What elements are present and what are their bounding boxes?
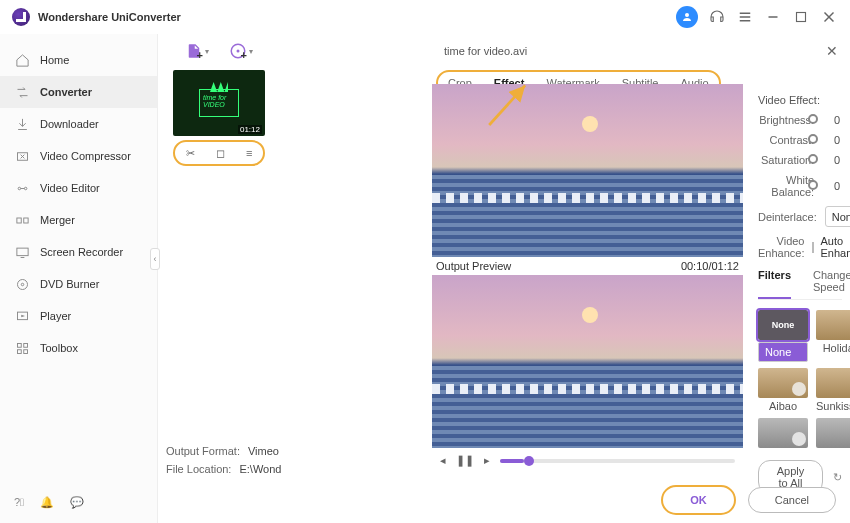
filter-unnamed[interactable]: [758, 418, 808, 448]
svg-rect-12: [16, 218, 20, 223]
more-icon[interactable]: ≡: [246, 147, 252, 159]
close-panel-button[interactable]: ✕: [826, 43, 838, 59]
minimize-button[interactable]: [764, 8, 782, 26]
merger-icon: [14, 212, 30, 228]
filter-sunkissed[interactable]: [816, 368, 850, 398]
account-icon[interactable]: [676, 6, 698, 28]
svg-point-17: [21, 283, 24, 286]
file-location-value[interactable]: E:\Wond: [239, 463, 281, 475]
svg-rect-22: [17, 349, 21, 353]
sidebar-item-player[interactable]: Player: [0, 300, 157, 332]
filter-aibao[interactable]: [758, 368, 808, 398]
clip-thumbnail[interactable]: 01:12: [173, 70, 265, 136]
svg-marker-19: [21, 314, 25, 317]
sidebar-item-dvd[interactable]: DVD Burner: [0, 268, 157, 300]
compress-icon: [14, 148, 30, 164]
close-button[interactable]: [820, 8, 838, 26]
sidebar-item-toolbox[interactable]: Toolbox: [0, 332, 157, 364]
svg-rect-23: [23, 349, 27, 353]
sidebar-item-downloader[interactable]: Downloader: [0, 108, 157, 140]
output-format-label: Output Format:: [166, 445, 240, 457]
pause-button[interactable]: ❚❚: [456, 454, 474, 467]
filter-label: Sunkissed: [816, 400, 850, 412]
download-icon: [14, 116, 30, 132]
video-effect-heading: Video Effect:: [758, 94, 842, 106]
cancel-button[interactable]: Cancel: [748, 487, 836, 513]
svg-point-16: [17, 279, 27, 289]
svg-rect-21: [23, 343, 27, 347]
sidebar-item-converter[interactable]: Converter: [0, 76, 157, 108]
sidebar-item-editor[interactable]: Video Editor: [0, 172, 157, 204]
home-icon: [14, 52, 30, 68]
bell-icon[interactable]: 🔔: [40, 496, 54, 509]
chevron-down-icon: ▾: [205, 47, 209, 56]
filter-label: Aibao: [758, 400, 808, 412]
add-file-button[interactable]: +▾: [185, 42, 209, 60]
converter-icon: [14, 84, 30, 100]
toolbox-icon: [14, 340, 30, 356]
svg-rect-13: [23, 218, 27, 223]
ok-button[interactable]: OK: [663, 487, 734, 513]
neon-sign: [199, 89, 239, 117]
collapse-sidebar-handle[interactable]: ‹: [150, 248, 160, 270]
sidebar-item-merger[interactable]: Merger: [0, 204, 157, 236]
auto-enhance-checkbox[interactable]: [812, 242, 814, 253]
subtab-change-speed[interactable]: Change Speed: [813, 269, 850, 299]
subtab-filters[interactable]: Filters: [758, 269, 791, 299]
prev-frame-button[interactable]: ◂: [440, 454, 446, 467]
preview-time: 00:10/01:12: [681, 260, 739, 272]
next-frame-button[interactable]: ▸: [484, 454, 490, 467]
support-icon[interactable]: [708, 8, 726, 26]
svg-point-10: [24, 187, 27, 190]
sidebar-item-home[interactable]: Home: [0, 44, 157, 76]
panel-filename: time for video.avi: [444, 45, 527, 57]
timeline-slider[interactable]: [500, 459, 735, 463]
chat-icon[interactable]: 💬: [70, 496, 84, 509]
sidebar-item-recorder[interactable]: Screen Recorder: [0, 236, 157, 268]
crop-icon[interactable]: ◻: [216, 147, 225, 160]
filter-none[interactable]: None: [758, 310, 808, 340]
recorder-icon: [14, 244, 30, 260]
svg-point-25: [237, 50, 240, 53]
output-preview: [432, 275, 743, 448]
svg-point-0: [685, 13, 689, 17]
edit-panel: time for video.avi ✕ Crop Effect Waterma…: [432, 34, 850, 523]
file-location-label: File Location:: [166, 463, 231, 475]
reset-icon[interactable]: ↻: [833, 471, 842, 484]
filter-label: None: [758, 342, 808, 362]
source-preview: [432, 84, 743, 257]
svg-rect-14: [16, 248, 27, 256]
clip-duration: 01:12: [238, 125, 262, 134]
menu-icon[interactable]: [736, 8, 754, 26]
maximize-button[interactable]: [792, 8, 810, 26]
filter-unnamed[interactable]: [816, 418, 850, 448]
filter-holiday[interactable]: [816, 310, 850, 340]
trim-icon[interactable]: ✂: [186, 147, 195, 160]
editor-icon: [14, 180, 30, 196]
preview-label: Output Preview: [436, 260, 511, 272]
output-format-value[interactable]: Vimeo: [248, 445, 279, 457]
app-title: Wondershare UniConverter: [38, 11, 181, 23]
filter-label: Holiday: [816, 342, 850, 354]
svg-point-9: [18, 187, 21, 190]
deinterlace-select[interactable]: None▾: [825, 206, 850, 227]
disc-icon: [14, 276, 30, 292]
help-icon[interactable]: ?⃝: [14, 496, 24, 509]
app-logo: [12, 8, 30, 26]
player-icon: [14, 308, 30, 324]
add-disc-button[interactable]: +▾: [229, 42, 253, 60]
chevron-down-icon: ▾: [249, 47, 253, 56]
svg-rect-5: [797, 13, 806, 22]
svg-rect-20: [17, 343, 21, 347]
clip-edit-toolbar: ✂ ◻ ≡: [173, 140, 265, 166]
sidebar-item-compressor[interactable]: Video Compressor: [0, 140, 157, 172]
